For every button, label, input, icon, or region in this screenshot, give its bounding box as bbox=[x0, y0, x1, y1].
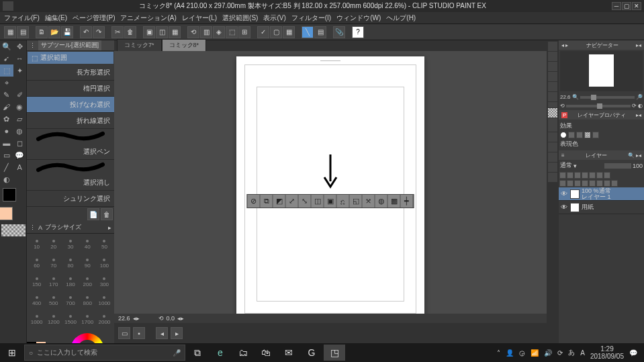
sel-copy-icon[interactable]: ⎌ bbox=[337, 195, 350, 208]
tool-ruler[interactable]: ╱ bbox=[0, 161, 13, 173]
size-cell[interactable]: 1700 bbox=[79, 310, 96, 329]
sel-newlayer-icon[interactable]: ◱ bbox=[350, 195, 363, 208]
cmd-j[interactable]: ◈ bbox=[213, 26, 225, 38]
rnav-b[interactable] bbox=[548, 52, 557, 61]
tab-comic7[interactable]: コミック7* bbox=[117, 39, 162, 51]
sel-outside-icon[interactable]: ▣ bbox=[324, 195, 337, 208]
rnav-g[interactable] bbox=[548, 132, 557, 142]
rnav-c[interactable] bbox=[548, 62, 557, 71]
subtool-selerase[interactable]: 選択消し bbox=[27, 175, 114, 191]
redo-icon[interactable]: ↷ bbox=[93, 26, 105, 38]
tool-pen[interactable]: ✎ bbox=[0, 89, 13, 101]
size-cell[interactable]: 20 bbox=[45, 235, 62, 254]
wifi-icon[interactable]: 📶 bbox=[531, 349, 539, 357]
effect-dot[interactable] bbox=[560, 132, 567, 138]
menu-view[interactable]: 表示(V) bbox=[261, 13, 288, 23]
store-icon[interactable]: 🛍 bbox=[255, 345, 277, 361]
sel-fill-icon[interactable]: ◍ bbox=[375, 195, 388, 208]
size-cell[interactable]: 400 bbox=[28, 291, 45, 310]
opacity-slider[interactable] bbox=[604, 163, 631, 169]
tab-comic8[interactable]: コミック8* bbox=[162, 39, 207, 51]
tool-grad[interactable]: ▬ bbox=[0, 137, 13, 149]
tool-b[interactable] bbox=[13, 77, 27, 89]
tool-zoom[interactable]: 🔍 bbox=[0, 40, 13, 52]
save-icon[interactable]: 💾 bbox=[61, 26, 73, 38]
menu-file[interactable]: ファイル(F) bbox=[1, 13, 42, 23]
tl-prev[interactable]: ◂ bbox=[156, 327, 168, 339]
subtool-rect[interactable]: 長方形選択 bbox=[27, 64, 114, 81]
undo-icon[interactable]: ↶ bbox=[80, 26, 92, 38]
size-cell[interactable]: 100 bbox=[96, 254, 113, 273]
volume-icon[interactable]: 🔊 bbox=[544, 349, 552, 357]
effect-b2[interactable] bbox=[576, 132, 583, 138]
lk-g[interactable] bbox=[604, 172, 610, 179]
sel-handle-icon[interactable]: ┿ bbox=[401, 195, 414, 208]
tl-play[interactable]: ▸ bbox=[171, 327, 183, 339]
menu-select[interactable]: 選択範囲(S) bbox=[220, 13, 261, 23]
tool-balloon[interactable]: 💬 bbox=[13, 149, 27, 161]
search-box[interactable]: ○ここに入力して検索🎤 bbox=[24, 345, 185, 361]
network-icon[interactable]: ◶ bbox=[519, 349, 525, 357]
cmd-g[interactable]: ▦ bbox=[169, 26, 181, 38]
la-c[interactable] bbox=[574, 180, 581, 187]
size-cell[interactable]: 170 bbox=[45, 273, 62, 291]
la-g[interactable] bbox=[604, 180, 610, 187]
menu-help[interactable]: ヘルプ(H) bbox=[383, 13, 418, 23]
cmd-f[interactable]: ◫ bbox=[156, 26, 168, 38]
people-icon[interactable]: 👤 bbox=[506, 349, 514, 357]
cmd-n[interactable]: ▢ bbox=[270, 26, 282, 38]
cmd-p[interactable]: ▤ bbox=[314, 26, 326, 38]
clock[interactable]: 1:292018/09/05 bbox=[590, 345, 624, 360]
close-button[interactable]: ✕ bbox=[632, 2, 641, 10]
mail-icon[interactable]: ✉ bbox=[278, 345, 300, 361]
lk-a[interactable] bbox=[559, 172, 566, 179]
tool-shape[interactable]: ◻ bbox=[13, 137, 27, 149]
layer-1[interactable]: 👁 100 %通常 レイヤー 1 bbox=[559, 187, 644, 201]
tool-move[interactable]: ✥ bbox=[13, 40, 27, 52]
la-f[interactable] bbox=[596, 180, 603, 187]
la-a[interactable] bbox=[559, 180, 566, 187]
eye-icon[interactable]: 👁 bbox=[560, 203, 568, 212]
size-cell[interactable]: 500 bbox=[45, 291, 62, 310]
lk-d[interactable] bbox=[582, 172, 588, 179]
cmd-e[interactable]: ▣ bbox=[143, 26, 155, 38]
effect-b3[interactable] bbox=[584, 132, 591, 138]
canvas-area[interactable]: ⊘ ⧉ ◩ ⤢ ⤡ ◫ ▣ ⎌ ◱ ⤧ ◍ ▩ ┿ bbox=[114, 51, 547, 314]
navigator-preview[interactable] bbox=[560, 51, 643, 91]
subtool-ellipse[interactable]: 楕円選択 bbox=[27, 81, 114, 97]
rnav-h[interactable] bbox=[548, 142, 557, 152]
subtool-shrink[interactable]: シュリンク選択 bbox=[27, 191, 114, 207]
subtool-del-icon[interactable]: 🗑 bbox=[101, 208, 113, 220]
size-cell[interactable]: 800 bbox=[79, 291, 96, 310]
rnav-e[interactable] bbox=[548, 82, 557, 91]
fg-color[interactable] bbox=[3, 188, 16, 201]
sel-tone-icon[interactable]: ▩ bbox=[388, 195, 401, 208]
tool-op[interactable]: ➹ bbox=[0, 52, 13, 64]
sel-crop-icon[interactable]: ⧉ bbox=[261, 195, 273, 208]
sel-clear-icon[interactable]: ◫ bbox=[312, 195, 324, 208]
menu-anim[interactable]: アニメーション(A) bbox=[118, 13, 179, 23]
input-icon[interactable]: A bbox=[580, 349, 585, 357]
clip-icon[interactable]: 📎 bbox=[333, 26, 345, 38]
la-e[interactable] bbox=[589, 180, 596, 187]
sync-icon[interactable]: ⟳ bbox=[557, 349, 563, 357]
tool-wand[interactable]: ✦ bbox=[13, 64, 27, 77]
blend-mode[interactable]: 通常 bbox=[560, 161, 572, 170]
delete-icon[interactable]: 🗑 bbox=[124, 26, 136, 38]
menu-edit[interactable]: 編集(E) bbox=[42, 13, 70, 23]
la-b[interactable] bbox=[567, 180, 573, 187]
size-cell[interactable]: 1500 bbox=[62, 310, 79, 329]
app-a-icon[interactable]: G bbox=[301, 345, 322, 361]
cmd-k[interactable]: ⬚ bbox=[226, 26, 238, 38]
grid-icon[interactable]: ▦ bbox=[4, 26, 16, 38]
menu-page[interactable]: ページ管理(P) bbox=[70, 13, 118, 23]
size-cell[interactable]: 700 bbox=[62, 291, 79, 310]
la-h[interactable] bbox=[611, 180, 618, 187]
eye-icon[interactable]: 👁 bbox=[560, 190, 568, 198]
subtool-poly[interactable]: 折れ線選択 bbox=[27, 113, 114, 129]
tool-text[interactable]: A bbox=[13, 161, 27, 173]
tool-fix[interactable]: ◐ bbox=[0, 173, 13, 185]
sel-scale-icon[interactable]: ⤧ bbox=[363, 195, 375, 208]
subtool-lasso[interactable]: 投げなわ選択 bbox=[27, 97, 114, 113]
lk-c[interactable] bbox=[574, 172, 581, 179]
